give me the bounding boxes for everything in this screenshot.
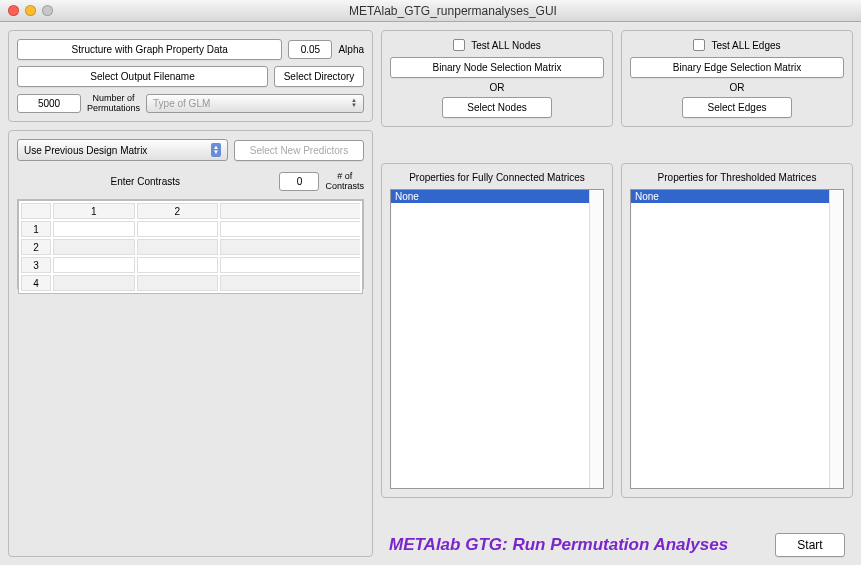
alpha-label: Alpha [338, 44, 364, 55]
window-title: METAlab_GTG_runpermanalyses_GUI [53, 4, 853, 18]
enter-contrasts-label: Enter Contrasts [17, 176, 273, 187]
or-label: OR [390, 82, 604, 93]
start-button[interactable]: Start [775, 533, 845, 557]
zoom-icon[interactable] [42, 5, 53, 16]
structure-data-button[interactable]: Structure with Graph Property Data [17, 39, 282, 60]
output-filename-button[interactable]: Select Output Filename [17, 66, 268, 87]
contrasts-table[interactable]: 12 1 2 3 4 [18, 200, 363, 294]
design-panel: Use Previous Design Matrix ▲▼ Select New… [8, 130, 373, 557]
select-directory-button[interactable]: Select Directory [274, 66, 364, 87]
num-contrasts-input[interactable]: 0 [279, 172, 319, 191]
glm-type-dropdown[interactable]: Type of GLM ▲▼ [146, 94, 364, 113]
test-all-edges-label: Test ALL Edges [711, 40, 780, 51]
binary-edge-matrix-button[interactable]: Binary Edge Selection Matrix [630, 57, 844, 78]
minimize-icon[interactable] [25, 5, 36, 16]
config-panel: Structure with Graph Property Data 0.05 … [8, 30, 373, 122]
list-item[interactable]: None [391, 190, 603, 203]
binary-node-matrix-button[interactable]: Binary Node Selection Matrix [390, 57, 604, 78]
contrasts-table-wrapper: 12 1 2 3 4 [17, 199, 364, 289]
titlebar: METAlab_GTG_runpermanalyses_GUI [0, 0, 861, 22]
nodes-panel: Test ALL Nodes Binary Node Selection Mat… [381, 30, 613, 127]
permutations-input[interactable]: 5000 [17, 94, 81, 113]
or-label: OR [630, 82, 844, 93]
thresholded-title: Properties for Thresholded Matrices [630, 172, 844, 183]
close-icon[interactable] [8, 5, 19, 16]
scrollbar[interactable] [829, 190, 843, 488]
chevron-updown-icon: ▲▼ [211, 143, 221, 157]
design-matrix-label: Use Previous Design Matrix [24, 145, 147, 156]
footer: METAlab GTG: Run Permutation Analyses St… [381, 533, 853, 557]
test-all-nodes-label: Test ALL Nodes [471, 40, 541, 51]
thresholded-listbox[interactable]: None [630, 189, 844, 489]
glm-type-label: Type of GLM [153, 98, 210, 109]
select-nodes-button[interactable]: Select Nodes [442, 97, 552, 118]
brand-title: METAlab GTG: Run Permutation Analyses [389, 535, 728, 555]
thresholded-panel: Properties for Thresholded Matrices None [621, 163, 853, 498]
design-matrix-dropdown[interactable]: Use Previous Design Matrix ▲▼ [17, 139, 228, 161]
fully-connected-panel: Properties for Fully Connected Matrices … [381, 163, 613, 498]
select-predictors-button[interactable]: Select New Predictors [234, 140, 364, 161]
select-edges-button[interactable]: Select Edges [682, 97, 792, 118]
fully-connected-title: Properties for Fully Connected Matrices [390, 172, 604, 183]
list-item[interactable]: None [631, 190, 843, 203]
chevron-updown-icon: ▲▼ [351, 98, 357, 108]
fully-connected-listbox[interactable]: None [390, 189, 604, 489]
test-all-nodes-checkbox[interactable] [453, 39, 465, 51]
edges-panel: Test ALL Edges Binary Edge Selection Mat… [621, 30, 853, 127]
test-all-edges-checkbox[interactable] [693, 39, 705, 51]
alpha-input[interactable]: 0.05 [288, 40, 332, 59]
scrollbar[interactable] [589, 190, 603, 488]
permutations-label: Number of Permutations [87, 93, 140, 113]
num-contrasts-label: # of Contrasts [325, 171, 364, 191]
